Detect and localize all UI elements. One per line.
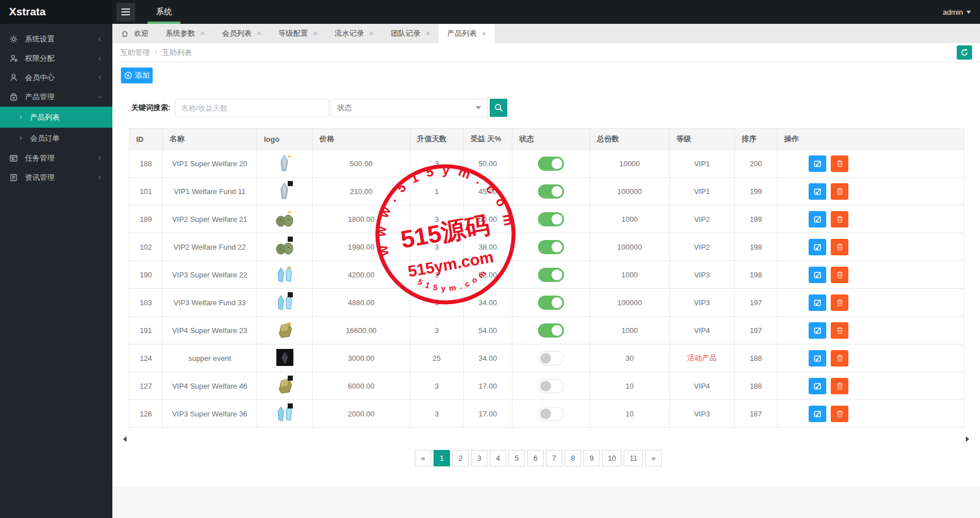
breadcrumb-parent[interactable]: 互助管理: [120, 48, 150, 58]
status-toggle[interactable]: [538, 268, 564, 282]
page-next-button[interactable]: »: [645, 450, 662, 466]
page-button-11[interactable]: 11: [624, 450, 643, 466]
column-header: 升值天数: [410, 129, 464, 150]
keyword-input[interactable]: [175, 99, 329, 117]
tab-label: 系统参数: [166, 28, 195, 39]
page-button-6[interactable]: 6: [527, 450, 544, 466]
edit-button[interactable]: [809, 211, 826, 228]
edit-button[interactable]: [809, 267, 826, 283]
status-toggle[interactable]: [538, 296, 564, 310]
status-select[interactable]: 状态: [330, 99, 488, 117]
delete-button[interactable]: [831, 322, 848, 339]
close-icon[interactable]: ×: [369, 30, 374, 37]
delete-button[interactable]: [831, 239, 848, 255]
search-label: 关键词搜索:: [131, 103, 170, 113]
page-prev-button[interactable]: «: [415, 450, 431, 466]
close-icon[interactable]: ×: [482, 30, 486, 37]
scroll-left-icon[interactable]: [123, 436, 127, 442]
horizontal-scrollbar[interactable]: [121, 435, 969, 443]
delete-button[interactable]: [831, 267, 848, 283]
user-menu[interactable]: admin: [943, 8, 971, 16]
page-button-7[interactable]: 7: [546, 450, 562, 466]
table-row: 127VIP4 Super Welfare 466000.00317.0010V…: [129, 372, 964, 400]
tab-2[interactable]: 系统参数×: [157, 24, 213, 43]
search-button[interactable]: [490, 99, 507, 117]
delete-button[interactable]: [831, 378, 848, 394]
sidebar-item-product-list[interactable]: 产品列表: [0, 107, 112, 128]
status-toggle[interactable]: [538, 351, 564, 365]
status-toggle[interactable]: [538, 407, 564, 421]
edit-button[interactable]: [809, 322, 826, 339]
close-icon[interactable]: ×: [426, 30, 430, 37]
sidebar-item-member-center[interactable]: 会员中心: [0, 68, 112, 87]
page-button-2[interactable]: 2: [452, 450, 469, 466]
delete-button[interactable]: [831, 183, 848, 200]
tab-7[interactable]: 产品列表×: [439, 24, 495, 43]
cell-name: VIP1 Super Welfare 20: [163, 150, 257, 178]
tab-6[interactable]: 团队记录×: [382, 24, 439, 43]
edit-button[interactable]: [809, 183, 826, 200]
cell-logo: w: [257, 261, 313, 289]
product-logo-image: [276, 292, 294, 311]
edit-button[interactable]: [809, 239, 826, 255]
page-button-8[interactable]: 8: [565, 450, 581, 466]
add-button[interactable]: 添加: [121, 68, 153, 83]
cell-price: 4200.00: [313, 261, 410, 289]
edit-button[interactable]: [809, 350, 826, 367]
cell-days: 3: [410, 150, 464, 178]
scroll-right-icon[interactable]: [966, 436, 969, 442]
delete-button[interactable]: [831, 406, 848, 422]
page-button-1[interactable]: 1: [434, 450, 450, 466]
page-button-3[interactable]: 3: [471, 450, 487, 466]
cell-name: VIP3 Super Welfare 36: [163, 400, 257, 428]
edit-button[interactable]: [809, 155, 826, 172]
sidebar-item-label: 系统设置: [25, 34, 96, 44]
cell-level: VIP1: [670, 178, 735, 205]
page-button-5[interactable]: 5: [508, 450, 525, 466]
sidebar-item-product-management[interactable]: 产品管理: [0, 87, 112, 107]
status-toggle[interactable]: [538, 212, 564, 226]
status-toggle[interactable]: [538, 323, 564, 338]
tab-1[interactable]: 欢迎: [112, 24, 157, 43]
cell-status: [512, 400, 590, 428]
tab-4[interactable]: 等级配置×: [270, 24, 326, 43]
chevron-down-icon: [966, 11, 971, 14]
nav-menu-system[interactable]: 系统: [148, 0, 180, 24]
close-icon[interactable]: ×: [313, 30, 317, 37]
edit-button[interactable]: [809, 378, 826, 394]
sidebar-item-member-orders[interactable]: 会员订单: [0, 128, 112, 149]
breadcrumb-separator: /: [155, 48, 157, 57]
page-button-10[interactable]: 10: [602, 450, 621, 466]
cell-total: 30: [590, 344, 670, 372]
refresh-button[interactable]: [957, 45, 972, 60]
cell-id: 189: [129, 205, 163, 233]
status-toggle[interactable]: [538, 184, 564, 199]
page-button-9[interactable]: 9: [583, 450, 600, 466]
tab-5[interactable]: 流水记录×: [326, 24, 382, 43]
cell-logo: [257, 344, 313, 372]
sidebar-item-system-settings[interactable]: 系统设置: [0, 30, 112, 49]
status-toggle[interactable]: [538, 240, 564, 254]
tab-3[interactable]: 会员列表×: [213, 24, 270, 43]
sidebar-item-task-management[interactable]: 任务管理: [0, 149, 112, 168]
delete-button[interactable]: [831, 294, 848, 311]
status-toggle[interactable]: [538, 157, 564, 171]
tab-label: 会员列表: [222, 28, 251, 39]
sidebar-item-permissions[interactable]: 权限分配: [0, 49, 112, 68]
cell-level: VIP3: [670, 289, 735, 317]
cell-sort: 197: [735, 289, 777, 317]
status-toggle[interactable]: [538, 379, 564, 393]
cell-actions: [777, 344, 964, 372]
cell-id: 124: [129, 344, 163, 372]
sidebar-item-news-management[interactable]: 资讯管理: [0, 168, 112, 187]
close-icon[interactable]: ×: [200, 30, 205, 37]
close-icon[interactable]: ×: [256, 30, 261, 37]
delete-button[interactable]: [831, 211, 848, 228]
page-button-4[interactable]: 4: [490, 450, 506, 466]
edit-button[interactable]: [809, 406, 826, 422]
hamburger-menu-icon[interactable]: [116, 3, 135, 22]
delete-button[interactable]: [831, 350, 848, 367]
cell-id: 126: [129, 400, 163, 428]
edit-button[interactable]: [809, 294, 826, 311]
delete-button[interactable]: [831, 155, 848, 172]
